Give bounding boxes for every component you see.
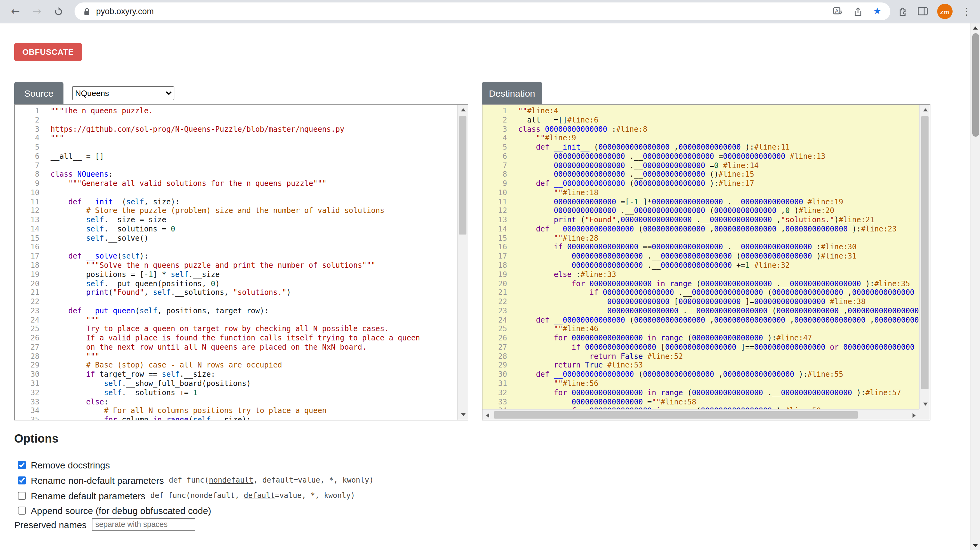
line-number: 16 (15, 243, 43, 252)
remove-docstrings-checkbox[interactable] (18, 461, 26, 469)
code-line: https://github.com/sol-prog/N-Queens-Puz… (51, 125, 457, 134)
destination-hscrollbar-thumb[interactable] (494, 411, 858, 418)
profile-avatar[interactable]: zm (937, 4, 952, 19)
reload-button[interactable] (51, 3, 67, 19)
line-number: 32 (482, 388, 511, 397)
back-icon: ← (11, 6, 20, 17)
browser-menu-icon[interactable]: ⋮ (961, 6, 971, 16)
line-number: 22 (15, 297, 43, 306)
line-number: 18 (482, 261, 511, 270)
source-vertical-scrollbar[interactable] (457, 105, 468, 420)
code-line: 0000000000000000 .__0000000000000000 +=1… (518, 261, 919, 270)
code-line: If a valid place is found the function c… (51, 334, 457, 343)
bookmark-star-icon[interactable]: ★ (873, 7, 881, 16)
scroll-up-arrow[interactable] (971, 24, 980, 32)
browser-toolbar: ← → pyob.oxyry.com (0, 0, 980, 24)
code-line: def __0000000000000000 (0000000000000000… (518, 370, 919, 379)
rename-default-checkbox[interactable] (18, 491, 26, 499)
source-scroll-up-button[interactable] (458, 105, 468, 115)
option-row-rename-default: Rename default parameters def func(nonde… (18, 489, 355, 502)
code-line: positions = [-1] * self.__size (51, 270, 457, 279)
toolbar-right-actions: zm ⋮ (895, 4, 974, 19)
source-scroll-down-button[interactable] (458, 409, 468, 420)
tab-source[interactable]: Source (14, 82, 64, 105)
page-content: OBFUSCATE Source NQueens Destination 123… (0, 24, 970, 550)
line-number: 19 (482, 270, 511, 279)
preserved-names-input[interactable] (92, 518, 195, 531)
destination-scroll-down-button[interactable] (920, 399, 931, 409)
destination-line-number-gutter: 1234567891011121314151617181920212223242… (482, 106, 511, 420)
line-number: 7 (15, 161, 43, 170)
code-line: 00000000000000 .__0000000000000000 (0000… (518, 206, 919, 216)
line-number: 11 (482, 197, 511, 206)
options-heading: Options (14, 432, 59, 445)
code-line: ""#line:46 (518, 325, 919, 334)
line-number: 34 (15, 407, 43, 416)
destination-vertical-scrollbar[interactable] (919, 105, 930, 409)
code-line: 0000000000000000 .__00000000000000 =0 #l… (518, 161, 919, 170)
code-line: for column in range(self.__size): (51, 415, 457, 420)
tab-destination[interactable]: Destination (482, 82, 542, 105)
code-line: def __put_queen(self, positions, target_… (51, 306, 457, 316)
code-line (51, 116, 457, 125)
destination-horizontal-scrollbar[interactable] (482, 409, 919, 420)
extensions-puzzle-icon[interactable] (897, 6, 908, 17)
code-line: ""#line:18 (518, 189, 919, 198)
code-line: 0000000000000000 .__0000000000000000 =00… (518, 152, 919, 161)
code-line: """Generate all valid solutions for the … (51, 179, 457, 189)
svg-text:A: A (835, 8, 838, 13)
rename-default-label: Rename default parameters (31, 490, 145, 501)
code-line: else :#line:33 (518, 270, 919, 279)
code-line: # Store the puzzle (problem) size and th… (51, 206, 457, 216)
rename-nondefault-checkbox[interactable] (18, 476, 26, 484)
code-line: # Base (stop) case - all N rows are occu… (51, 361, 457, 370)
scroll-down-arrow[interactable] (971, 541, 980, 550)
source-code[interactable]: """The n queens puzzle. https://github.c… (51, 106, 457, 420)
destination-scroll-left-button[interactable] (482, 410, 493, 420)
address-bar-actions: A ★ (833, 6, 881, 16)
destination-code[interactable]: ""#line:4__all__ =[]#line:6class 0000000… (518, 106, 919, 409)
destination-scroll-up-button[interactable] (920, 105, 931, 115)
obfuscate-button[interactable]: OBFUSCATE (14, 43, 82, 61)
line-number: 29 (482, 361, 511, 370)
line-number: 31 (15, 379, 43, 388)
window-scrollbar-thumb[interactable] (972, 33, 979, 137)
destination-scrollbar-thumb[interactable] (921, 116, 929, 389)
translate-icon[interactable]: A (833, 6, 843, 16)
line-number: 21 (482, 288, 511, 298)
line-number: 23 (482, 306, 511, 316)
line-number: 10 (15, 189, 43, 198)
code-line: def __init__ (0000000000000000 ,00000000… (518, 143, 919, 152)
code-line: """ (51, 315, 457, 325)
code-line: if 0000000000000000 ==0000000000000000 .… (518, 243, 919, 252)
code-line: Try to place a queen on target_row by ch… (51, 325, 457, 334)
destination-scroll-right-button[interactable] (909, 410, 919, 420)
source-line-number-gutter: 1234567891011121314151617181920212223242… (15, 106, 43, 420)
code-line: for 0000000000000000 in range (000000000… (518, 388, 919, 397)
code-line (51, 143, 457, 152)
line-number: 35 (15, 415, 43, 420)
line-number: 24 (15, 315, 43, 325)
address-bar[interactable]: pyob.oxyry.com A ★ (75, 2, 890, 20)
source-scrollbar-thumb[interactable] (459, 116, 466, 235)
code-line: ""#line:9 (518, 134, 919, 143)
forward-button[interactable]: → (29, 3, 45, 19)
code-line (51, 161, 457, 170)
back-button[interactable]: ← (7, 3, 24, 19)
line-number: 33 (482, 397, 511, 407)
share-icon[interactable] (853, 6, 862, 16)
code-line: print ("Found",0000000000000000 .__00000… (518, 216, 919, 225)
side-panel-icon[interactable] (917, 7, 928, 16)
source-editor[interactable]: 1234567891011121314151617181920212223242… (14, 104, 468, 420)
example-select[interactable]: NQueens (72, 86, 174, 100)
code-line: if target_row == self.__size: (51, 370, 457, 379)
line-number: 2 (482, 116, 511, 125)
append-source-checkbox[interactable] (18, 506, 26, 514)
preserved-names-row: Preserved names (14, 518, 195, 531)
code-line: ""#line:4 (518, 106, 919, 116)
option-row-remove-docstrings: Remove docstrings (18, 459, 110, 471)
destination-editor[interactable]: 1234567891011121314151617181920212223242… (482, 104, 931, 420)
code-line: """ (51, 352, 457, 361)
line-number: 1 (482, 106, 511, 116)
window-scrollbar[interactable] (970, 24, 980, 550)
